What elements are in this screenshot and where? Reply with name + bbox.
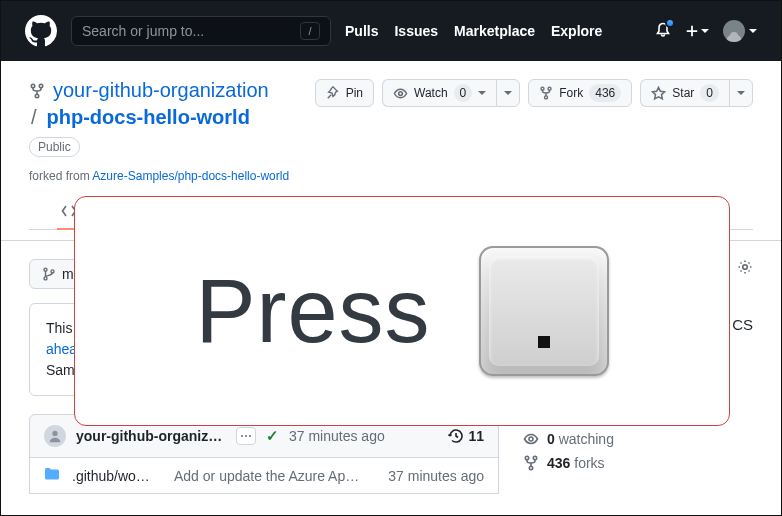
star-button[interactable]: Star 0 xyxy=(640,79,729,107)
svg-point-14 xyxy=(533,456,536,459)
slash-key-hint: / xyxy=(300,22,320,40)
nav-explore[interactable]: Explore xyxy=(551,23,602,39)
star-menu-button[interactable] xyxy=(729,79,753,107)
keycap-period xyxy=(479,246,609,376)
press-key-overlay: Press xyxy=(74,196,730,426)
svg-point-9 xyxy=(51,270,54,273)
caret-down-icon xyxy=(478,91,486,95)
file-row[interactable]: .github/wo… Add or update the Azure Ap… … xyxy=(30,458,498,493)
caret-down-icon xyxy=(737,91,745,95)
create-new-menu[interactable] xyxy=(685,24,709,38)
fork-icon xyxy=(29,83,45,99)
nav-issues[interactable]: Issues xyxy=(394,23,438,39)
svg-point-5 xyxy=(548,87,551,90)
svg-point-2 xyxy=(35,94,38,97)
file-name[interactable]: .github/wo… xyxy=(72,468,162,484)
repo-separator: / xyxy=(31,106,37,129)
caret-down-icon xyxy=(504,91,512,95)
commit-history-link[interactable]: 11 xyxy=(448,428,484,444)
svg-point-6 xyxy=(545,96,548,99)
svg-point-4 xyxy=(541,87,544,90)
github-logo[interactable] xyxy=(25,15,57,47)
fork-button[interactable]: Fork 436 xyxy=(528,79,632,107)
forked-from: forked from Azure-Samples/php-docs-hello… xyxy=(29,169,289,183)
repo-owner-link[interactable]: your-github-organization xyxy=(53,79,269,102)
branch-icon xyxy=(42,267,56,281)
fork-icon xyxy=(523,455,539,471)
folder-icon xyxy=(44,466,60,485)
fork-count: 436 xyxy=(589,84,621,102)
star-count: 0 xyxy=(700,84,719,102)
visibility-badge: Public xyxy=(29,137,80,157)
compare-ahead-link[interactable]: ahea xyxy=(46,341,77,357)
check-icon[interactable]: ✓ xyxy=(266,427,279,445)
watchers-stat[interactable]: 0 watching xyxy=(523,431,753,447)
avatar-icon xyxy=(723,20,745,42)
forked-from-link[interactable]: Azure-Samples/php-docs-hello-world xyxy=(92,169,289,183)
search-placeholder: Search or jump to... xyxy=(82,23,300,39)
overlay-text: Press xyxy=(195,260,430,363)
svg-point-12 xyxy=(529,437,533,441)
history-icon xyxy=(448,428,464,444)
watch-menu-button[interactable] xyxy=(496,79,520,107)
commit-time[interactable]: 37 minutes ago xyxy=(289,428,385,444)
file-commit-time: 37 minutes ago xyxy=(388,468,484,484)
svg-point-3 xyxy=(399,91,403,95)
global-header: Search or jump to... / Pulls Issues Mark… xyxy=(1,1,781,61)
avatar-icon xyxy=(44,425,66,447)
svg-point-7 xyxy=(44,268,47,271)
svg-point-10 xyxy=(52,431,57,436)
svg-point-13 xyxy=(525,456,528,459)
repo-name-link[interactable]: php-docs-hello-world xyxy=(47,106,250,129)
fork-icon xyxy=(539,86,553,100)
file-commit-msg[interactable]: Add or update the Azure Ap… xyxy=(174,468,376,484)
svg-point-8 xyxy=(44,277,47,280)
svg-point-15 xyxy=(529,466,532,469)
commit-author[interactable]: your-github-organization A… xyxy=(76,428,226,444)
user-menu[interactable] xyxy=(723,20,757,42)
nav-marketplace[interactable]: Marketplace xyxy=(454,23,535,39)
eye-icon xyxy=(523,431,539,447)
watch-button[interactable]: Watch 0 xyxy=(382,79,496,107)
header-right xyxy=(655,20,757,42)
pin-button[interactable]: Pin xyxy=(315,79,374,107)
repo-title: your-github-organization / php-docs-hell… xyxy=(29,79,289,183)
svg-point-1 xyxy=(39,84,42,87)
svg-point-11 xyxy=(743,265,748,270)
star-icon xyxy=(651,86,666,101)
notifications-icon[interactable] xyxy=(655,22,671,41)
global-search[interactable]: Search or jump to... / xyxy=(71,16,331,46)
eye-icon xyxy=(393,86,408,101)
commit-message-expand[interactable] xyxy=(236,427,256,445)
file-list: your-github-organization A… ✓ 37 minutes… xyxy=(29,414,499,494)
pin-icon xyxy=(326,86,340,100)
notification-dot xyxy=(665,18,675,28)
repo-actions: Pin Watch 0 Fork 436 xyxy=(315,79,753,107)
settings-icon[interactable] xyxy=(737,259,753,278)
watch-count: 0 xyxy=(454,84,473,102)
forks-stat[interactable]: 436 forks xyxy=(523,455,753,471)
primary-nav: Pulls Issues Marketplace Explore xyxy=(345,23,602,39)
svg-point-0 xyxy=(31,84,34,87)
nav-pulls[interactable]: Pulls xyxy=(345,23,378,39)
